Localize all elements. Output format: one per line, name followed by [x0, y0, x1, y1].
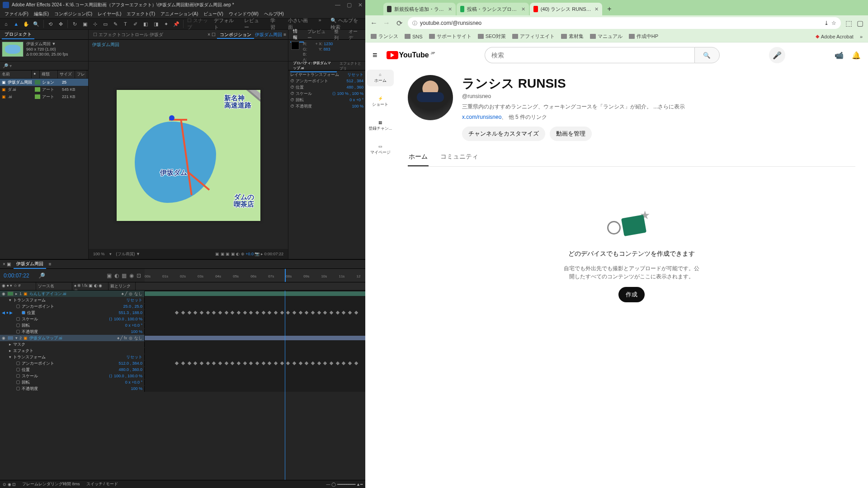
home-icon[interactable]: ⌂: [3, 20, 9, 28]
extensions-icon[interactable]: ⬚: [845, 19, 852, 28]
notifications-icon[interactable]: 🔔: [852, 51, 861, 60]
tl-icon[interactable]: ◉: [129, 272, 134, 279]
tl-prop[interactable]: ◀ ● ▶位置551.3 , 188.0: [0, 310, 365, 316]
project-item[interactable]: ▣ダ.aiアート545 KB: [0, 86, 88, 93]
create-button[interactable]: 作成: [618, 287, 645, 302]
close-tab-icon[interactable]: ✕: [521, 6, 525, 12]
search-button[interactable]: 🔍: [694, 47, 720, 63]
channel-links[interactable]: x.com/runsisneo、 他 5 件のリンク: [462, 113, 685, 121]
menu-window[interactable]: ウィンドウ(W): [227, 11, 260, 17]
voice-search-icon[interactable]: 🎤: [769, 47, 785, 63]
workspace-review[interactable]: レビュー: [244, 17, 261, 31]
type-tool-icon[interactable]: T: [122, 20, 128, 28]
roto-tool-icon[interactable]: ✦: [163, 20, 169, 28]
rotate-tool-icon[interactable]: ↻: [71, 20, 78, 28]
youtube-logo[interactable]: YouTubeJP: [387, 51, 435, 59]
hamburger-icon[interactable]: ≡: [373, 51, 377, 60]
tl-prop[interactable]: スケール⟨⟩ 100.0 , 100.0 %: [0, 373, 365, 379]
close-icon[interactable]: ✕: [358, 2, 363, 8]
bookmarks-overflow-icon[interactable]: »: [860, 34, 863, 39]
eraser-tool-icon[interactable]: ◨: [153, 20, 159, 28]
workspace-learn[interactable]: 学習: [270, 17, 279, 31]
viewer-canvas[interactable]: 新名神 高速道路 伊坂ダム ダムの 喫茶店: [89, 61, 288, 249]
close-tab-icon[interactable]: ✕: [594, 6, 599, 12]
bookmark-folder[interactable]: ランシス: [371, 33, 398, 40]
pan-tool-icon[interactable]: ✥: [57, 20, 64, 28]
install-icon[interactable]: ⤓: [824, 20, 829, 26]
restore-icon[interactable]: ▢: [857, 19, 863, 28]
menu-file[interactable]: ファイル(F): [3, 11, 30, 17]
bookmark-star-icon[interactable]: ☆: [831, 20, 836, 26]
tl-group[interactable]: ▸マスク: [0, 341, 365, 347]
tl-icon[interactable]: ⊡: [137, 272, 141, 279]
info-tab[interactable]: 情報: [290, 27, 304, 42]
quality-dropdown[interactable]: (フル画質) ▼: [116, 251, 140, 257]
tl-prop[interactable]: 位置480.0 , 360.0: [0, 366, 365, 373]
tab-community[interactable]: コミュニティ: [439, 148, 479, 166]
bookmark-folder[interactable]: アフィリエイト: [512, 33, 555, 40]
browser-tab[interactable]: (40) ランシス RUNSIS - YouTube✕: [530, 3, 602, 15]
puppet-tool-icon[interactable]: 📌: [173, 20, 179, 28]
channel-description[interactable]: 三重県内のおすすめランニング、ウォーキングコースを「ランシス」が紹介。 ...さ…: [462, 103, 685, 111]
tl-icon[interactable]: ◐: [114, 272, 119, 279]
comp-breadcrumb[interactable]: 伊坂ダム周回: [92, 42, 119, 47]
menu-edit[interactable]: 編集(E): [32, 11, 51, 17]
preview-tab[interactable]: プレビュー: [305, 28, 330, 42]
project-tab[interactable]: プロジェクト: [2, 30, 34, 39]
browser-tab[interactable]: 投稿・ランシスブログ｜三重流ラン✕: [457, 3, 529, 15]
tl-prop[interactable]: 不透明度100 %: [0, 385, 365, 392]
zoom-dropdown[interactable]: 100 %: [93, 252, 105, 256]
menu-view[interactable]: ビュー(V): [202, 11, 225, 17]
time-ruler[interactable]: 00s 01s 02s 03s 04s 05s 06s 07s 08s 09s …: [145, 269, 365, 282]
minimize-icon[interactable]: —: [335, 2, 340, 8]
timeline-tab[interactable]: 伊坂ダム周回: [14, 260, 46, 269]
menu-composition[interactable]: コンポジション(C): [52, 11, 94, 17]
timeline-layer[interactable]: ◉▸1▣らんしすアイコン.ai♠ ╱◎なし: [0, 291, 365, 297]
reset-link[interactable]: リセット: [347, 72, 363, 78]
address-bar[interactable]: ⓘ youtube.com/@runsisneo ⤓ ☆: [408, 17, 841, 29]
tl-icon[interactable]: ▦: [122, 272, 127, 279]
reload-button[interactable]: ⟳: [395, 19, 403, 27]
project-item[interactable]: ▣伊坂ダム周回ション25: [0, 79, 88, 86]
create-icon[interactable]: 📹: [835, 51, 844, 60]
tab-home[interactable]: ホーム: [408, 148, 429, 166]
browser-tab[interactable]: 新規投稿を追加・ランシスブログ✕: [383, 3, 456, 15]
clone-tool-icon[interactable]: ◧: [142, 20, 149, 28]
bookmark-folder[interactable]: SEO対策: [478, 33, 506, 40]
maximize-icon[interactable]: ▢: [347, 2, 352, 8]
snap-label[interactable]: スナップ: [187, 18, 208, 30]
menu-effect[interactable]: エフェクト(T): [125, 11, 157, 17]
bookmark-folder[interactable]: 作成中HP: [629, 33, 658, 40]
workspace-default[interactable]: デフォルト: [214, 17, 235, 31]
current-time[interactable]: 0:00:07:22: [4, 272, 29, 279]
zoom-tool-icon[interactable]: 🔍: [33, 20, 39, 28]
new-tab-button[interactable]: +: [603, 3, 616, 15]
tl-prop[interactable]: 回転0 x +0.0 °: [0, 322, 365, 328]
project-item[interactable]: ▣.aiアート221 KB: [0, 93, 88, 100]
forward-button[interactable]: →: [382, 19, 391, 27]
audio-tab[interactable]: オーデ: [346, 28, 363, 42]
customize-channel-button[interactable]: チャンネルをカスタマイズ: [462, 127, 545, 141]
bookmark-folder[interactable]: 素材集: [561, 33, 584, 40]
tl-icon[interactable]: ▣: [107, 272, 112, 279]
back-button[interactable]: ←: [370, 19, 378, 27]
bookmark-folder[interactable]: マニュアル: [590, 33, 623, 40]
sidebar-subscriptions[interactable]: ▦登録チャン...: [367, 117, 394, 134]
effects-tab[interactable]: ☐ エフェクトコントロール 伊坂ダ: [90, 31, 166, 39]
shape-tool-icon[interactable]: ▭: [102, 20, 108, 28]
tl-prop[interactable]: アンカーポイント25.0 , 25.0: [0, 303, 365, 310]
composition-tab[interactable]: コンポジション: [217, 31, 254, 39]
search-input[interactable]: [485, 47, 694, 63]
manage-videos-button[interactable]: 動画を管理: [550, 127, 592, 141]
sidebar-you[interactable]: ▭マイページ: [367, 141, 394, 158]
bookmark-folder[interactable]: SNS: [405, 34, 423, 39]
menu-animation[interactable]: アニメーション(A): [159, 11, 200, 17]
tl-prop[interactable]: アンカーポイント512.0 , 384.0: [0, 360, 365, 366]
switch-mode[interactable]: スイッチ / モード: [86, 481, 118, 487]
brush-tool-icon[interactable]: ✐: [132, 20, 139, 28]
tl-group[interactable]: ▾トランスフォームリセット: [0, 354, 365, 360]
camera-tool-icon[interactable]: ▣: [82, 20, 88, 28]
sidebar-home[interactable]: ⌂ホーム: [367, 70, 394, 86]
tl-prop[interactable]: 回転0 x +0.0 °: [0, 379, 365, 385]
site-info-icon[interactable]: ⓘ: [412, 20, 417, 27]
